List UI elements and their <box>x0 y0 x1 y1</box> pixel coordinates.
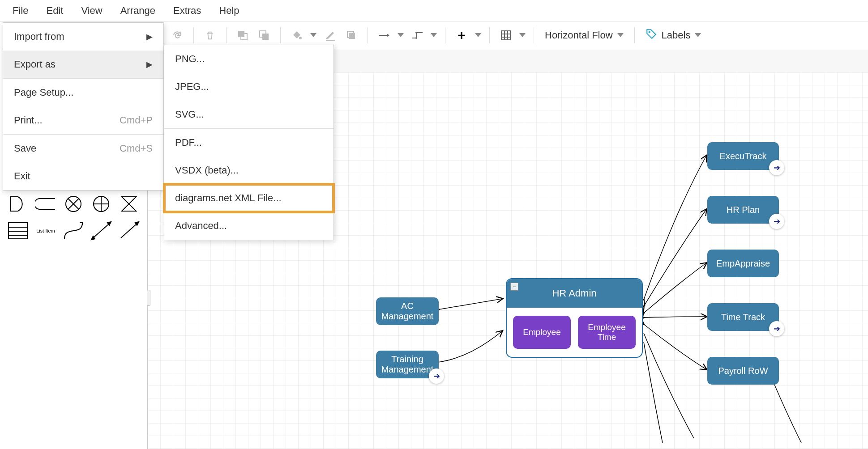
file-menu: Import from▶ Export as▶ Page Setup... Pr… <box>3 22 164 191</box>
node-hr-admin[interactable]: − HR Admin Employee Employee Time <box>506 278 643 358</box>
node-ac-management[interactable]: AC Management <box>376 297 439 325</box>
table-caret[interactable] <box>518 26 526 44</box>
menu-edit[interactable]: Edit <box>37 1 72 20</box>
line-color-icon[interactable] <box>321 26 339 44</box>
export-advanced[interactable]: Advanced... <box>164 212 334 240</box>
connection-icon[interactable] <box>375 26 393 44</box>
shape-sum[interactable] <box>89 192 114 216</box>
link-icon[interactable]: ➔ <box>769 214 784 229</box>
sidebar-collapse-handle[interactable] <box>147 290 150 306</box>
export-vsdx[interactable]: VSDX (beta)... <box>164 157 334 184</box>
connection-caret[interactable] <box>397 26 405 44</box>
shape-list[interactable] <box>5 219 30 242</box>
node-employee[interactable]: Employee <box>513 316 571 349</box>
submenu-arrow-icon: ▶ <box>146 32 153 42</box>
export-pdf[interactable]: PDF... <box>164 129 334 157</box>
menu-exit[interactable]: Exit <box>3 162 163 190</box>
export-png[interactable]: PNG... <box>164 45 334 73</box>
menu-import-from[interactable]: Import from▶ <box>3 23 163 51</box>
delete-icon[interactable] <box>201 26 219 44</box>
submenu-arrow-icon: ▶ <box>146 59 153 69</box>
link-icon[interactable]: ➔ <box>429 369 444 384</box>
menu-view[interactable]: View <box>72 1 111 20</box>
svg-line-45 <box>93 224 109 238</box>
tag-icon <box>646 28 657 42</box>
export-svg[interactable]: SVG... <box>164 101 334 128</box>
redo-icon[interactable] <box>168 26 186 44</box>
layout-dropdown[interactable]: Horizontal Flow <box>539 30 629 41</box>
export-jpeg[interactable]: JPEG... <box>164 73 334 101</box>
menu-page-setup[interactable]: Page Setup... <box>3 79 163 106</box>
fill-color-icon[interactable] <box>288 26 306 44</box>
waypoint-caret[interactable] <box>430 26 438 44</box>
table-icon[interactable] <box>497 26 515 44</box>
labels-dropdown[interactable]: Labels <box>640 28 707 42</box>
svg-point-10 <box>415 32 417 34</box>
shape-bidir-arrow[interactable] <box>89 219 114 242</box>
to-back-icon[interactable] <box>255 26 273 44</box>
export-xml[interactable]: diagrams.net XML File... <box>164 184 334 212</box>
menu-save[interactable]: SaveCmd+S <box>3 135 163 162</box>
export-submenu: PNG... JPEG... SVG... PDF... VSDX (beta)… <box>164 45 334 240</box>
waypoint-icon[interactable] <box>408 26 426 44</box>
menubar: File Edit View Arrange Extras Help <box>0 0 868 21</box>
chevron-down-icon <box>617 33 624 37</box>
node-training-management[interactable]: Training Management➔ <box>376 351 439 378</box>
svg-line-46 <box>121 224 137 238</box>
svg-rect-5 <box>326 40 335 41</box>
shape-list-item[interactable]: List Item <box>33 219 58 242</box>
shadow-icon[interactable] <box>342 26 360 44</box>
node-time-track[interactable]: Time Track➔ <box>707 303 779 331</box>
layout-label: Horizontal Flow <box>545 30 613 41</box>
shape-curve[interactable] <box>61 219 86 242</box>
node-hr-plan[interactable]: HR Plan➔ <box>707 196 779 224</box>
node-exectrack[interactable]: ExecuTrack➔ <box>707 142 779 170</box>
insert-icon[interactable]: + <box>453 26 470 44</box>
svg-point-9 <box>415 37 417 39</box>
shape-datastore[interactable] <box>33 192 58 216</box>
labels-label: Labels <box>662 30 691 41</box>
fill-color-caret[interactable] <box>309 26 317 44</box>
menu-arrange[interactable]: Arrange <box>111 1 164 20</box>
menu-export-as[interactable]: Export as▶ <box>3 51 163 78</box>
to-front-icon[interactable] <box>234 26 252 44</box>
node-payroll-row[interactable]: Payroll RoW <box>707 357 779 385</box>
node-empappraise[interactable]: EmpAppraise <box>707 250 779 277</box>
menu-print[interactable]: Print...Cmd+P <box>3 106 163 134</box>
menu-help[interactable]: Help <box>210 1 248 20</box>
shape-arrow[interactable] <box>116 219 141 242</box>
node-hr-admin-header[interactable]: − HR Admin <box>507 279 642 308</box>
svg-point-16 <box>648 31 650 33</box>
shape-collate[interactable] <box>116 192 141 216</box>
link-icon[interactable]: ➔ <box>769 321 784 336</box>
insert-caret[interactable] <box>474 26 482 44</box>
link-icon[interactable]: ➔ <box>769 160 784 175</box>
svg-rect-11 <box>501 31 510 40</box>
svg-point-4 <box>299 37 302 39</box>
shape-xor[interactable] <box>61 192 86 216</box>
shape-and[interactable] <box>5 192 30 216</box>
node-employee-time[interactable]: Employee Time <box>578 316 636 349</box>
menu-file[interactable]: File <box>4 1 37 20</box>
menu-extras[interactable]: Extras <box>164 1 210 20</box>
chevron-down-icon <box>695 33 701 37</box>
collapse-icon[interactable]: − <box>510 283 518 291</box>
